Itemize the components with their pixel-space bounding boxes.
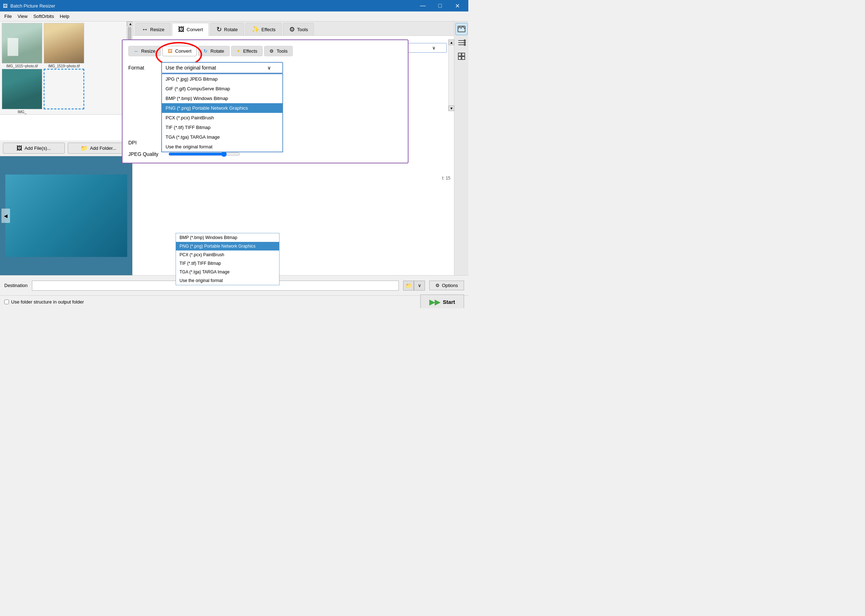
use-folder-checkbox[interactable] bbox=[4, 300, 9, 304]
thumb-label: IMG_1615~photo.tif bbox=[2, 64, 42, 68]
thumbnail-item[interactable]: IMG_ bbox=[2, 69, 42, 114]
app-title: Batch Picture Resizer bbox=[10, 3, 55, 9]
menu-file[interactable]: File bbox=[2, 12, 15, 20]
tab-rotate[interactable]: ↻ Rotate bbox=[210, 23, 244, 36]
thumbnail-area[interactable]: IMG_1615~photo.tif IMG_1519~photo.tif IM… bbox=[0, 22, 127, 115]
svg-rect-9 bbox=[458, 57, 461, 60]
svg-point-5 bbox=[464, 42, 465, 43]
menu-help[interactable]: Help bbox=[57, 12, 72, 20]
overlay-tabs: ↔ Resize 🖼 Convert ↻ Rotate ✦ Effects ⚙ … bbox=[128, 46, 402, 56]
gear-icon: ⚙ bbox=[435, 283, 440, 288]
format-option-tga[interactable]: TGA (*.tga) TARGA Image bbox=[162, 132, 283, 142]
add-files-button[interactable]: 🖼 Add File(s)... bbox=[3, 143, 65, 154]
destination-label: Destination bbox=[4, 283, 28, 288]
overlay-tab-tools[interactable]: ⚙ Tools bbox=[264, 46, 293, 56]
settings-scroll-up[interactable]: ▲ bbox=[449, 39, 454, 45]
format-option-png[interactable]: PNG (*.png) Portable Network Graphics bbox=[162, 103, 283, 113]
count-badge: t: 15 bbox=[442, 176, 451, 181]
menu-softorbits[interactable]: SoftOrbits bbox=[30, 12, 57, 20]
effects-tab-icon: ✨ bbox=[251, 25, 259, 33]
destination-browse-btn[interactable]: 📁 bbox=[403, 281, 414, 291]
convert-tab-icon: 🖼 bbox=[178, 26, 185, 33]
app-icon: 🖼 bbox=[3, 3, 8, 9]
sidebar-grid-view[interactable] bbox=[455, 50, 468, 62]
use-folder-row: Use folder structure in output folder bbox=[4, 299, 84, 305]
format-select-container: Use the original format ∨ JPG (*.jpg) JP… bbox=[161, 62, 283, 74]
right-sidebar bbox=[454, 22, 468, 275]
dropdown-arrow-btn[interactable]: ∨ bbox=[414, 281, 425, 291]
overlay-tab-resize[interactable]: ↔ Resize bbox=[128, 46, 161, 56]
footer-bar: Use folder structure in output folder ▶▶… bbox=[0, 295, 468, 308]
prev-image-button[interactable]: ◀ bbox=[2, 209, 10, 223]
overlay-format-row: Format Use the original format ∨ JPG (*.… bbox=[128, 62, 402, 74]
format-option-jpg[interactable]: JPG (*.jpg) JPEG Bitmap bbox=[162, 74, 283, 84]
add-files-icon: 🖼 bbox=[16, 145, 22, 152]
file-panel: IMG_1615~photo.tif IMG_1519~photo.tif IM… bbox=[0, 22, 133, 275]
preview-image bbox=[5, 174, 127, 257]
rotate-tab-icon: ↻ bbox=[217, 25, 222, 33]
bg-option-pcx[interactable]: PCX (*.pcx) PaintBrush bbox=[176, 250, 279, 259]
resize-tab-icon: ↔ bbox=[141, 26, 148, 33]
add-folder-button[interactable]: 📁 Add Folder... bbox=[68, 143, 130, 154]
overlay-resize-icon: ↔ bbox=[133, 49, 138, 54]
scroll-up-btn[interactable]: ▲ bbox=[127, 22, 132, 26]
bg-option-tga[interactable]: TGA (*.tga) TARGA Image bbox=[176, 268, 279, 276]
overlay-rotate-icon: ↻ bbox=[204, 49, 207, 54]
bg-option-tif[interactable]: TIF (*.tif) TIFF Bitmap bbox=[176, 259, 279, 268]
overlay-convert-icon: 🖼 bbox=[168, 49, 172, 54]
svg-point-4 bbox=[464, 40, 465, 41]
sidebar-image-view[interactable] bbox=[455, 23, 468, 35]
thumbnail-item[interactable] bbox=[43, 69, 85, 114]
bg-format-dropdown: BMP (*.bmp) Windows Bitmap PNG (*.png) P… bbox=[176, 233, 279, 285]
tab-resize[interactable]: ↔ Resize bbox=[135, 23, 171, 36]
overlay-format-label: Format bbox=[128, 65, 157, 71]
sidebar-list-view[interactable] bbox=[455, 36, 468, 49]
overlay-dpi-label: DPI bbox=[128, 140, 157, 146]
chevron-down-icon: ∨ bbox=[418, 283, 421, 288]
format-option-pcx[interactable]: PCX (*.pcx) PaintBrush bbox=[162, 113, 283, 123]
start-button[interactable]: ▶▶ Start bbox=[420, 295, 464, 308]
overlay-tab-effects[interactable]: ✦ Effects bbox=[231, 46, 263, 56]
svg-rect-8 bbox=[462, 53, 465, 56]
format-option-original[interactable]: Use the original format bbox=[162, 142, 283, 152]
start-icon: ▶▶ bbox=[429, 298, 440, 306]
bg-option-original[interactable]: Use the original format bbox=[176, 276, 279, 285]
options-button[interactable]: ⚙ Options bbox=[429, 281, 464, 290]
overlay-jpeg-label: JPEG Quality bbox=[128, 151, 164, 157]
format-option-bmp[interactable]: BMP (*.bmp) Windows Bitmap bbox=[162, 94, 283, 103]
use-folder-label: Use folder structure in output folder bbox=[11, 299, 84, 305]
svg-rect-10 bbox=[462, 57, 465, 60]
overlay-effects-icon: ✦ bbox=[237, 49, 240, 54]
chevron-down-icon: ∨ bbox=[432, 45, 436, 50]
format-option-tif[interactable]: TIF (*.tif) TIFF Bitmap bbox=[162, 123, 283, 132]
format-select-button[interactable]: Use the original format ∨ bbox=[161, 62, 283, 74]
svg-point-6 bbox=[464, 44, 465, 46]
menu-view[interactable]: View bbox=[15, 12, 30, 20]
tab-convert[interactable]: 🖼 Convert bbox=[172, 23, 209, 36]
maximize-button[interactable]: □ bbox=[432, 0, 448, 11]
thumbnail-item[interactable]: IMG_1615~photo.tif bbox=[2, 23, 42, 68]
bg-option-png[interactable]: PNG (*.png) Portable Network Graphics bbox=[176, 242, 279, 250]
browse-icon: 📁 bbox=[406, 283, 412, 289]
format-dropdown-list: JPG (*.jpg) JPEG Bitmap GIF (*.gif) Comp… bbox=[161, 74, 283, 152]
settings-scroll-down[interactable]: ▼ bbox=[449, 105, 454, 111]
format-chevron-icon: ∨ bbox=[267, 65, 271, 71]
menu-bar: File View SoftOrbits Help bbox=[0, 11, 468, 22]
tabs-bar: ↔ Resize 🖼 Convert ↻ Rotate ✨ Effects ⚙ … bbox=[133, 22, 454, 36]
format-option-gif[interactable]: GIF (*.gif) CompuServe Bitmap bbox=[162, 84, 283, 94]
file-buttons-row: 🖼 Add File(s)... 📁 Add Folder... bbox=[0, 140, 132, 156]
title-bar: 🖼 Batch Picture Resizer — □ ✕ bbox=[0, 0, 468, 11]
overlay-tab-convert[interactable]: 🖼 Convert bbox=[162, 46, 197, 56]
minimize-button[interactable]: — bbox=[414, 0, 431, 11]
thumb-label: IMG_ bbox=[2, 110, 42, 114]
tab-effects[interactable]: ✨ Effects bbox=[245, 23, 282, 36]
overlay-tab-rotate[interactable]: ↻ Rotate bbox=[198, 46, 229, 56]
bg-option-bmp[interactable]: BMP (*.bmp) Windows Bitmap bbox=[176, 233, 279, 242]
overlay-tools-icon: ⚙ bbox=[270, 49, 274, 54]
add-folder-icon: 📁 bbox=[81, 145, 88, 152]
tab-tools[interactable]: ⚙ Tools bbox=[283, 23, 314, 36]
tools-tab-icon: ⚙ bbox=[289, 25, 295, 33]
convert-overlay: ↔ Resize 🖼 Convert ↻ Rotate ✦ Effects ⚙ … bbox=[122, 39, 408, 163]
thumbnail-item[interactable]: IMG_1519~photo.tif bbox=[43, 23, 85, 68]
close-button[interactable]: ✕ bbox=[449, 0, 465, 11]
